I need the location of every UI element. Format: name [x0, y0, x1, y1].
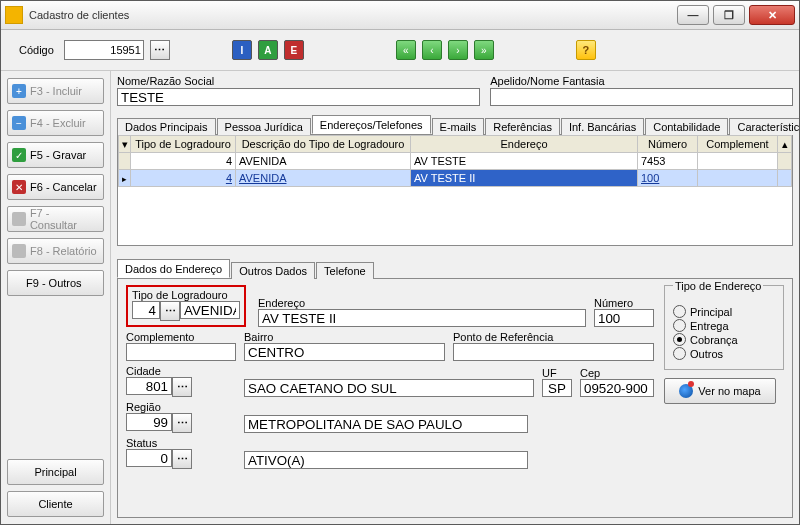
regiao-desc-input[interactable]	[244, 415, 528, 433]
col-complemento[interactable]: Complement	[698, 136, 778, 153]
radio-entrega[interactable]: Entrega	[673, 319, 775, 332]
radio-cobranca[interactable]: Cobrança	[673, 333, 775, 346]
nome-input[interactable]	[117, 88, 480, 106]
col-endereco[interactable]: Endereço	[411, 136, 638, 153]
sidebar-item-label: Cliente	[38, 498, 72, 510]
nav-next-button[interactable]: ›	[448, 40, 468, 60]
radio-label: Entrega	[690, 320, 729, 332]
maximize-button[interactable]: ❐	[713, 5, 745, 25]
apelido-input[interactable]	[490, 88, 793, 106]
numero-input[interactable]	[594, 309, 654, 327]
main-tabstrip: Dados Principais Pessoa Jurídica Endereç…	[117, 112, 793, 135]
sidebar-item-label: F3 - Incluir	[30, 85, 82, 97]
address-grid[interactable]: ▾ Tipo de Logradouro Descrição do Tipo d…	[117, 135, 793, 246]
grid-scroll-up[interactable]: ▴	[778, 136, 792, 153]
cell-num[interactable]: 7453	[638, 153, 698, 170]
complemento-input[interactable]	[126, 343, 236, 361]
regiao-lookup-button[interactable]: ⋯	[172, 413, 192, 433]
tab-emails[interactable]: E-mails	[432, 118, 485, 135]
tab-inf-bancarias[interactable]: Inf. Bancárias	[561, 118, 644, 135]
ver-no-mapa-button[interactable]: Ver no mapa	[664, 378, 776, 404]
sidebar-item-label: F9 - Outros	[26, 277, 82, 289]
nav-prev-button[interactable]: ‹	[422, 40, 442, 60]
cidade-desc-input[interactable]	[244, 379, 534, 397]
tipo-endereco-label: Tipo de Endereço	[673, 280, 763, 292]
regiao-label: Região	[126, 401, 236, 413]
table-row[interactable]: ▸ 4 AVENIDA AV TESTE II 100	[119, 170, 792, 187]
cep-input[interactable]	[580, 379, 654, 397]
cell-end[interactable]: AV TESTE	[411, 153, 638, 170]
table-row[interactable]: 4 AVENIDA AV TESTE 7453	[119, 153, 792, 170]
report-icon	[12, 244, 26, 258]
codigo-lookup-button[interactable]: ⋯	[150, 40, 170, 60]
tab-enderecos[interactable]: Endereços/Telefones	[312, 115, 431, 134]
sidebar-incluir: +F3 - Incluir	[7, 78, 104, 104]
cell-desc[interactable]: AVENIDA	[236, 153, 411, 170]
tipo-log-desc-input[interactable]	[180, 301, 240, 319]
sidebar-excluir: −F4 - Excluir	[7, 110, 104, 136]
row-indicator-icon: ▸	[122, 174, 127, 184]
tab-pessoa-juridica[interactable]: Pessoa Jurídica	[217, 118, 311, 135]
cell-tipo[interactable]: 4	[131, 170, 236, 187]
radio-icon	[673, 319, 686, 332]
codigo-label: Código	[19, 44, 54, 56]
detail-panel: Tipo de Logradouro ⋯ Endereço Número Com…	[117, 279, 793, 518]
cell-comp[interactable]	[698, 170, 778, 187]
codigo-input[interactable]: 15951	[64, 40, 144, 60]
ponto-input[interactable]	[453, 343, 654, 361]
cell-num[interactable]: 100	[638, 170, 698, 187]
cell-end[interactable]: AV TESTE II	[411, 170, 638, 187]
check-icon: ✓	[12, 148, 26, 162]
sidebar-item-label: Principal	[34, 466, 76, 478]
col-numero[interactable]: Número	[638, 136, 698, 153]
tab-caracteristicas[interactable]: Características	[729, 118, 799, 135]
mode-e-button[interactable]: E	[284, 40, 304, 60]
mode-i-button[interactable]: I	[232, 40, 252, 60]
col-desc[interactable]: Descrição do Tipo de Logradouro	[236, 136, 411, 153]
sidebar-outros[interactable]: F9 - Outros	[7, 270, 104, 296]
main-panel: Nome/Razão Social Apelido/Nome Fantasia …	[111, 71, 799, 524]
status-desc-input[interactable]	[244, 451, 528, 469]
cell-comp[interactable]	[698, 153, 778, 170]
regiao-code-input[interactable]	[126, 413, 172, 431]
cidade-lookup-button[interactable]: ⋯	[172, 377, 192, 397]
help-button[interactable]: ?	[576, 40, 596, 60]
map-button-label: Ver no mapa	[698, 385, 760, 397]
radio-icon	[673, 347, 686, 360]
tab-contabilidade[interactable]: Contabilidade	[645, 118, 728, 135]
sidebar-principal[interactable]: Principal	[7, 459, 104, 485]
sidebar-gravar[interactable]: ✓F5 - Gravar	[7, 142, 104, 168]
uf-input[interactable]	[542, 379, 572, 397]
tab-outros-dados[interactable]: Outros Dados	[231, 262, 315, 279]
grid-corner[interactable]: ▾	[119, 136, 131, 153]
tab-dados-principais[interactable]: Dados Principais	[117, 118, 216, 135]
radio-principal[interactable]: Principal	[673, 305, 775, 318]
tipo-log-code-input[interactable]	[132, 301, 160, 319]
mode-a-button[interactable]: A	[258, 40, 278, 60]
tab-dados-endereco[interactable]: Dados do Endereço	[117, 259, 230, 278]
tab-referencias[interactable]: Referências	[485, 118, 560, 135]
cell-tipo[interactable]: 4	[131, 153, 236, 170]
status-lookup-button[interactable]: ⋯	[172, 449, 192, 469]
cell-desc[interactable]: AVENIDA	[236, 170, 411, 187]
ponto-label: Ponto de Referência	[453, 331, 654, 343]
sidebar-cancelar[interactable]: ✕F6 - Cancelar	[7, 174, 104, 200]
endereco-input[interactable]	[258, 309, 586, 327]
tipo-endereco-group: Tipo de Endereço Principal Entrega Cobra…	[664, 285, 784, 370]
close-button[interactable]: ✕	[749, 5, 795, 25]
cidade-label: Cidade	[126, 365, 236, 377]
col-tipo[interactable]: Tipo de Logradouro	[131, 136, 236, 153]
tipo-log-lookup-button[interactable]: ⋯	[160, 301, 180, 321]
status-code-input[interactable]	[126, 449, 172, 467]
nav-last-button[interactable]: »	[474, 40, 494, 60]
sidebar-cliente[interactable]: Cliente	[7, 491, 104, 517]
tab-telefone[interactable]: Telefone	[316, 262, 374, 279]
minimize-button[interactable]: —	[677, 5, 709, 25]
nav-first-button[interactable]: «	[396, 40, 416, 60]
sidebar-item-label: F5 - Gravar	[30, 149, 86, 161]
cidade-code-input[interactable]	[126, 377, 172, 395]
bairro-input[interactable]	[244, 343, 445, 361]
plus-icon: +	[12, 84, 26, 98]
radio-outros[interactable]: Outros	[673, 347, 775, 360]
sidebar-item-label: F6 - Cancelar	[30, 181, 97, 193]
